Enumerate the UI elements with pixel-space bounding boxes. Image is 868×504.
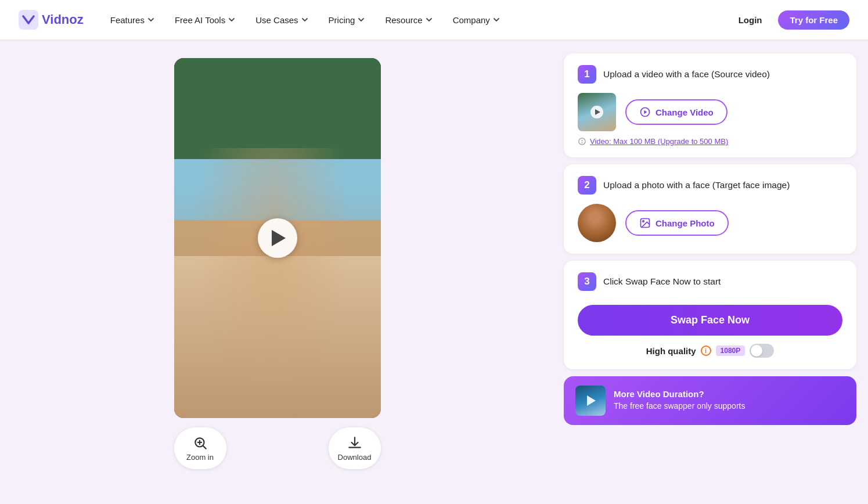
- play-circle-icon: [639, 106, 651, 118]
- step1-title: Upload a video with a face (Source video…: [603, 68, 770, 81]
- step1-body: Change Video: [578, 93, 842, 131]
- svg-point-11: [643, 221, 644, 222]
- nav-features[interactable]: Features: [102, 10, 163, 30]
- download-icon: [347, 435, 362, 451]
- step2-title: Upload a photo with a face (Target face …: [603, 179, 790, 192]
- video-size-note: Video: Max 100 MB (Upgrade to 500 MB): [590, 137, 728, 146]
- quality-info-icon[interactable]: i: [701, 345, 711, 356]
- change-photo-button[interactable]: Change Photo: [625, 210, 729, 236]
- step2-header: 2 Upload a photo with a face (Target fac…: [578, 176, 842, 195]
- video-panel: Zoom in Download: [0, 39, 554, 504]
- zoom-in-icon: [193, 435, 208, 451]
- chevron-down-icon: [425, 16, 433, 24]
- svg-point-9: [582, 143, 582, 143]
- step3-card: 3 Click Swap Face Now to start Swap Face…: [564, 261, 856, 369]
- upgrade-link[interactable]: Video: Max 100 MB (Upgrade to 500 MB): [590, 137, 728, 146]
- video-note: Video: Max 100 MB (Upgrade to 500 MB): [578, 137, 842, 146]
- more-card-content: More Video Duration? The free face swapp…: [614, 389, 745, 412]
- play-button[interactable]: [258, 218, 297, 258]
- zoom-in-button[interactable]: Zoom in: [174, 427, 226, 469]
- nav-free-ai-tools[interactable]: Free AI Tools: [167, 10, 244, 30]
- play-icon: [272, 230, 286, 246]
- main-content: Zoom in Download 1 Upload a video with a…: [0, 39, 868, 504]
- download-button[interactable]: Download: [329, 427, 381, 469]
- nav-pricing[interactable]: Pricing: [320, 10, 374, 30]
- zoom-in-label: Zoom in: [186, 453, 214, 462]
- navbar: Vidnoz Features Free AI Tools Use Cases …: [0, 0, 868, 39]
- step3-number: 3: [578, 272, 596, 291]
- chevron-down-icon: [228, 16, 236, 24]
- step1-card: 1 Upload a video with a face (Source vid…: [564, 53, 856, 157]
- info-circle-icon: [578, 137, 586, 146]
- chevron-down-icon: [147, 16, 155, 24]
- nav-company[interactable]: Company: [445, 10, 509, 30]
- video-preview: [174, 58, 381, 418]
- face-thumbnail: [578, 204, 616, 242]
- step3-header: 3 Click Swap Face Now to start: [578, 272, 842, 291]
- svg-line-2: [203, 445, 206, 448]
- more-card-title: More Video Duration?: [614, 389, 745, 399]
- step2-number: 2: [578, 176, 596, 195]
- login-button[interactable]: Login: [729, 10, 772, 30]
- logo[interactable]: Vidnoz: [19, 10, 84, 30]
- quality-badge: 1080P: [716, 345, 745, 356]
- nav-actions: Login Try for Free: [729, 10, 849, 30]
- step2-body: Change Photo: [578, 204, 842, 242]
- chevron-down-icon: [492, 16, 500, 24]
- step1-number: 1: [578, 65, 596, 84]
- video-controls: Zoom in Download: [174, 427, 381, 469]
- toggle-knob: [751, 345, 762, 357]
- more-duration-card[interactable]: More Video Duration? The free face swapp…: [564, 376, 856, 425]
- nav-links: Features Free AI Tools Use Cases Pricing…: [102, 10, 729, 30]
- step3-title: Click Swap Face Now to start: [603, 275, 721, 288]
- swap-face-now-button[interactable]: Swap Face Now: [578, 305, 842, 336]
- chevron-down-icon: [357, 16, 365, 24]
- step1-header: 1 Upload a video with a face (Source vid…: [578, 65, 842, 84]
- svg-rect-0: [19, 10, 38, 30]
- quality-toggle[interactable]: [750, 344, 774, 358]
- more-card-thumbnail: [575, 386, 606, 416]
- quality-label: High quality: [646, 346, 696, 356]
- change-video-button[interactable]: Change Video: [625, 99, 727, 125]
- svg-marker-6: [644, 110, 647, 114]
- quality-row: High quality i 1080P: [578, 344, 842, 358]
- more-card-text: The free face swapper only supports: [614, 400, 745, 412]
- thumb-play-icon: [590, 106, 603, 118]
- nav-resource[interactable]: Resource: [377, 10, 441, 30]
- nav-use-cases[interactable]: Use Cases: [247, 10, 316, 30]
- video-thumbnail: [578, 93, 616, 131]
- signup-button[interactable]: Try for Free: [778, 10, 849, 30]
- step2-card: 2 Upload a photo with a face (Target fac…: [564, 164, 856, 254]
- download-label: Download: [338, 453, 372, 462]
- steps-panel: 1 Upload a video with a face (Source vid…: [554, 39, 868, 504]
- image-icon: [639, 217, 651, 229]
- more-card-play-icon: [587, 395, 596, 406]
- chevron-down-icon: [301, 16, 309, 24]
